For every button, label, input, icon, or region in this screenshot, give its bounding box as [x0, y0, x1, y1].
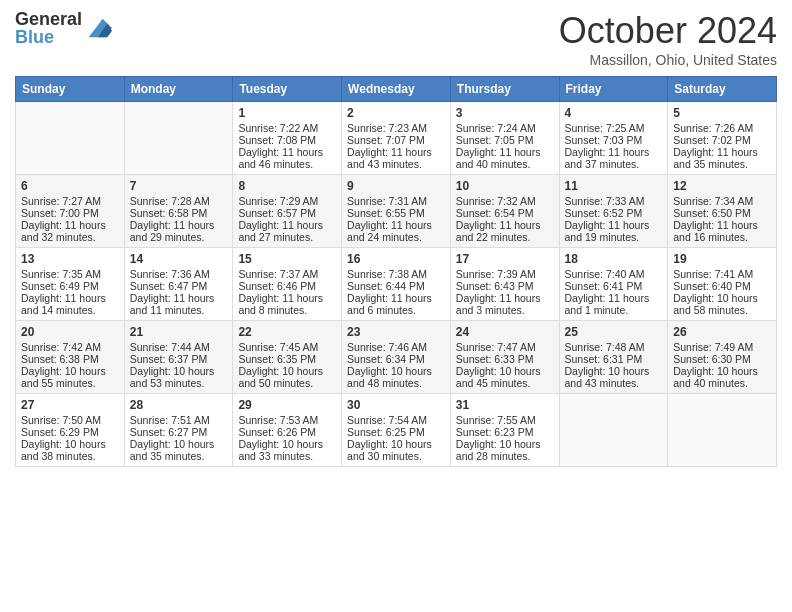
- daylight-text: Daylight: 10 hours and 48 minutes.: [347, 365, 445, 389]
- page-header: General Blue October 2024 Massillon, Ohi…: [15, 10, 777, 68]
- daylight-text: Daylight: 10 hours and 28 minutes.: [456, 438, 554, 462]
- calendar-week-row: 6Sunrise: 7:27 AMSunset: 7:00 PMDaylight…: [16, 175, 777, 248]
- sunrise-text: Sunrise: 7:45 AM: [238, 341, 336, 353]
- calendar-cell: [559, 394, 668, 467]
- calendar-cell: 24Sunrise: 7:47 AMSunset: 6:33 PMDayligh…: [450, 321, 559, 394]
- daylight-text: Daylight: 11 hours and 35 minutes.: [673, 146, 771, 170]
- day-number: 28: [130, 398, 228, 412]
- daylight-text: Daylight: 11 hours and 14 minutes.: [21, 292, 119, 316]
- calendar-cell: [124, 102, 233, 175]
- sunrise-text: Sunrise: 7:40 AM: [565, 268, 663, 280]
- sunrise-text: Sunrise: 7:51 AM: [130, 414, 228, 426]
- daylight-text: Daylight: 11 hours and 29 minutes.: [130, 219, 228, 243]
- sunset-text: Sunset: 7:07 PM: [347, 134, 445, 146]
- day-number: 21: [130, 325, 228, 339]
- day-number: 18: [565, 252, 663, 266]
- sunset-text: Sunset: 7:08 PM: [238, 134, 336, 146]
- sunset-text: Sunset: 6:52 PM: [565, 207, 663, 219]
- sunset-text: Sunset: 6:57 PM: [238, 207, 336, 219]
- sunrise-text: Sunrise: 7:31 AM: [347, 195, 445, 207]
- calendar-cell: [16, 102, 125, 175]
- logo-blue: Blue: [15, 28, 82, 46]
- calendar-cell: 8Sunrise: 7:29 AMSunset: 6:57 PMDaylight…: [233, 175, 342, 248]
- calendar-cell: 16Sunrise: 7:38 AMSunset: 6:44 PMDayligh…: [342, 248, 451, 321]
- day-number: 10: [456, 179, 554, 193]
- day-number: 22: [238, 325, 336, 339]
- sunrise-text: Sunrise: 7:42 AM: [21, 341, 119, 353]
- sunrise-text: Sunrise: 7:25 AM: [565, 122, 663, 134]
- calendar-week-row: 13Sunrise: 7:35 AMSunset: 6:49 PMDayligh…: [16, 248, 777, 321]
- daylight-text: Daylight: 11 hours and 24 minutes.: [347, 219, 445, 243]
- sunset-text: Sunset: 6:38 PM: [21, 353, 119, 365]
- daylight-text: Daylight: 10 hours and 53 minutes.: [130, 365, 228, 389]
- daylight-text: Daylight: 11 hours and 32 minutes.: [21, 219, 119, 243]
- sunrise-text: Sunrise: 7:23 AM: [347, 122, 445, 134]
- logo-icon: [84, 14, 112, 42]
- sunset-text: Sunset: 6:50 PM: [673, 207, 771, 219]
- sunset-text: Sunset: 7:02 PM: [673, 134, 771, 146]
- sunrise-text: Sunrise: 7:50 AM: [21, 414, 119, 426]
- calendar-cell: 26Sunrise: 7:49 AMSunset: 6:30 PMDayligh…: [668, 321, 777, 394]
- calendar-week-row: 1Sunrise: 7:22 AMSunset: 7:08 PMDaylight…: [16, 102, 777, 175]
- sunrise-text: Sunrise: 7:29 AM: [238, 195, 336, 207]
- daylight-text: Daylight: 10 hours and 58 minutes.: [673, 292, 771, 316]
- calendar-day-header: Thursday: [450, 77, 559, 102]
- calendar-cell: 5Sunrise: 7:26 AMSunset: 7:02 PMDaylight…: [668, 102, 777, 175]
- sunrise-text: Sunrise: 7:32 AM: [456, 195, 554, 207]
- daylight-text: Daylight: 10 hours and 38 minutes.: [21, 438, 119, 462]
- calendar-cell: 2Sunrise: 7:23 AMSunset: 7:07 PMDaylight…: [342, 102, 451, 175]
- sunset-text: Sunset: 7:03 PM: [565, 134, 663, 146]
- sunset-text: Sunset: 6:58 PM: [130, 207, 228, 219]
- calendar-cell: 20Sunrise: 7:42 AMSunset: 6:38 PMDayligh…: [16, 321, 125, 394]
- calendar-cell: 17Sunrise: 7:39 AMSunset: 6:43 PMDayligh…: [450, 248, 559, 321]
- sunrise-text: Sunrise: 7:54 AM: [347, 414, 445, 426]
- sunset-text: Sunset: 7:05 PM: [456, 134, 554, 146]
- daylight-text: Daylight: 11 hours and 8 minutes.: [238, 292, 336, 316]
- sunset-text: Sunset: 6:23 PM: [456, 426, 554, 438]
- day-number: 19: [673, 252, 771, 266]
- calendar-cell: 18Sunrise: 7:40 AMSunset: 6:41 PMDayligh…: [559, 248, 668, 321]
- day-number: 1: [238, 106, 336, 120]
- sunset-text: Sunset: 6:31 PM: [565, 353, 663, 365]
- daylight-text: Daylight: 10 hours and 43 minutes.: [565, 365, 663, 389]
- daylight-text: Daylight: 11 hours and 1 minute.: [565, 292, 663, 316]
- sunset-text: Sunset: 6:47 PM: [130, 280, 228, 292]
- calendar-cell: 11Sunrise: 7:33 AMSunset: 6:52 PMDayligh…: [559, 175, 668, 248]
- daylight-text: Daylight: 11 hours and 22 minutes.: [456, 219, 554, 243]
- daylight-text: Daylight: 10 hours and 30 minutes.: [347, 438, 445, 462]
- calendar-cell: 28Sunrise: 7:51 AMSunset: 6:27 PMDayligh…: [124, 394, 233, 467]
- day-number: 7: [130, 179, 228, 193]
- day-number: 26: [673, 325, 771, 339]
- calendar-table: SundayMondayTuesdayWednesdayThursdayFrid…: [15, 76, 777, 467]
- calendar-week-row: 20Sunrise: 7:42 AMSunset: 6:38 PMDayligh…: [16, 321, 777, 394]
- sunrise-text: Sunrise: 7:46 AM: [347, 341, 445, 353]
- sunset-text: Sunset: 6:33 PM: [456, 353, 554, 365]
- day-number: 15: [238, 252, 336, 266]
- calendar-day-header: Saturday: [668, 77, 777, 102]
- calendar-cell: 22Sunrise: 7:45 AMSunset: 6:35 PMDayligh…: [233, 321, 342, 394]
- day-number: 24: [456, 325, 554, 339]
- sunrise-text: Sunrise: 7:28 AM: [130, 195, 228, 207]
- daylight-text: Daylight: 11 hours and 19 minutes.: [565, 219, 663, 243]
- calendar-day-header: Sunday: [16, 77, 125, 102]
- day-number: 9: [347, 179, 445, 193]
- title-block: October 2024 Massillon, Ohio, United Sta…: [559, 10, 777, 68]
- day-number: 5: [673, 106, 771, 120]
- sunset-text: Sunset: 6:30 PM: [673, 353, 771, 365]
- day-number: 2: [347, 106, 445, 120]
- daylight-text: Daylight: 11 hours and 37 minutes.: [565, 146, 663, 170]
- calendar-day-header: Wednesday: [342, 77, 451, 102]
- daylight-text: Daylight: 10 hours and 45 minutes.: [456, 365, 554, 389]
- daylight-text: Daylight: 10 hours and 40 minutes.: [673, 365, 771, 389]
- calendar-day-header: Tuesday: [233, 77, 342, 102]
- daylight-text: Daylight: 11 hours and 3 minutes.: [456, 292, 554, 316]
- day-number: 4: [565, 106, 663, 120]
- day-number: 30: [347, 398, 445, 412]
- calendar-cell: 15Sunrise: 7:37 AMSunset: 6:46 PMDayligh…: [233, 248, 342, 321]
- day-number: 31: [456, 398, 554, 412]
- day-number: 13: [21, 252, 119, 266]
- daylight-text: Daylight: 10 hours and 55 minutes.: [21, 365, 119, 389]
- daylight-text: Daylight: 11 hours and 40 minutes.: [456, 146, 554, 170]
- calendar-cell: 12Sunrise: 7:34 AMSunset: 6:50 PMDayligh…: [668, 175, 777, 248]
- calendar-cell: 9Sunrise: 7:31 AMSunset: 6:55 PMDaylight…: [342, 175, 451, 248]
